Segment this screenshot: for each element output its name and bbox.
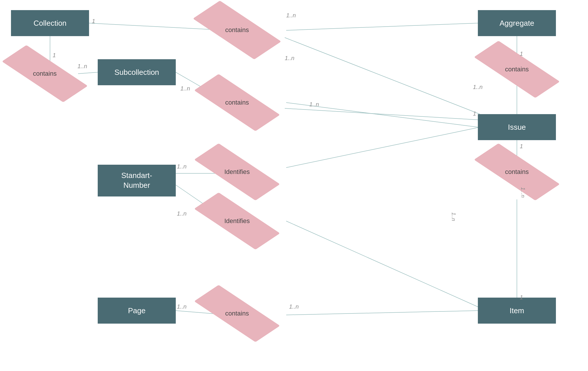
card-standart-identifies-bot: 1..n xyxy=(177,210,186,217)
card-issue-agg: 1..n xyxy=(473,84,482,90)
entity-page: Page xyxy=(98,298,176,324)
svg-line-1 xyxy=(286,23,478,30)
diamond-contains-top: contains xyxy=(208,17,266,43)
card-contains-top-issue: 1..n xyxy=(285,55,294,62)
card-item-top: 1 xyxy=(520,294,523,301)
entity-collection: Collection xyxy=(11,10,89,36)
card-issue-contains-top: 1 xyxy=(520,143,523,150)
diamond-identifies-bot: Identifies xyxy=(208,209,266,233)
card-item-left: 1..n xyxy=(289,303,299,310)
card-sub-right: 1..n xyxy=(180,85,190,92)
card-collection-right: 1 xyxy=(92,18,95,25)
entity-item: Item xyxy=(478,298,556,324)
card-collection-down: 1 xyxy=(53,52,56,59)
svg-line-3 xyxy=(78,72,98,74)
svg-line-9 xyxy=(285,108,480,120)
diagram-container: Collection Aggregate Subcollection Issue… xyxy=(0,0,588,371)
card-standart-identifies-top: 1..n xyxy=(177,163,186,170)
svg-line-15 xyxy=(286,221,480,308)
card-issue-contains-down: 1..n xyxy=(520,187,526,198)
svg-line-17 xyxy=(286,311,478,315)
card-aggregate-down: 1 xyxy=(520,51,523,57)
entity-subcollection: Subcollection xyxy=(98,59,176,85)
entity-standart-number: Standart-Number xyxy=(98,165,176,196)
card-issue-top: 1 xyxy=(473,110,476,117)
diamond-contains-left: contains xyxy=(16,62,74,85)
card-aggregate-left: 1..n xyxy=(286,12,296,19)
card-identifies-bot-item: 1..n xyxy=(450,212,456,221)
diamond-identifies-top: Identifies xyxy=(208,160,266,183)
card-subcollection-left: 1..n xyxy=(77,63,87,70)
entity-aggregate: Aggregate xyxy=(478,10,556,36)
diamond-contains-issue: contains xyxy=(488,160,546,183)
diamond-contains-aggregate: contains xyxy=(488,58,546,81)
card-contains-sub-issue: 1..n xyxy=(309,101,319,108)
diamond-contains-sub: contains xyxy=(208,91,266,114)
svg-line-11 xyxy=(286,127,480,168)
card-page-right: 1..n xyxy=(177,303,186,310)
entity-issue: Issue xyxy=(478,114,556,140)
diamond-contains-page: contains xyxy=(208,302,266,325)
